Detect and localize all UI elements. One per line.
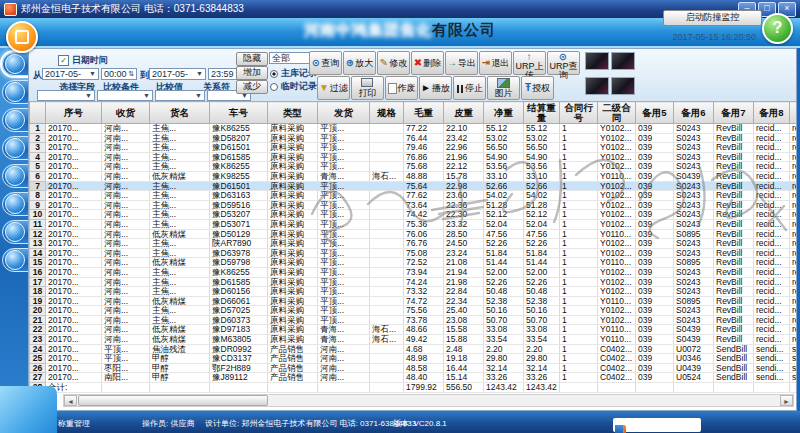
table-row[interactable]: 2220170...河南...低灰精煤豫D97183原料采购青海...海石...… bbox=[30, 325, 797, 335]
放大-button[interactable]: ⊕放大 bbox=[343, 51, 376, 75]
table-row[interactable]: 720170...河南...主焦...豫D61501原料采购平顶...75.64… bbox=[30, 181, 797, 191]
table-row[interactable]: 2420170...平顶...焦油残渣豫DR0992产品销售河南...4.682… bbox=[30, 344, 797, 354]
column-header[interactable]: 货名 bbox=[150, 102, 210, 124]
table-row[interactable]: 120170...河南...主焦...豫K86255原料采购平顶...77.22… bbox=[30, 124, 797, 134]
column-header[interactable]: 车号 bbox=[210, 102, 268, 124]
table-row[interactable]: 1520170...河南...低灰精煤豫D59798原料采购平顶...72.52… bbox=[30, 258, 797, 268]
table-row[interactable]: 920170...河南...主焦...豫D59516原料采购平顶...73.64… bbox=[30, 200, 797, 210]
table-row[interactable]: 1720170...河南...主焦...豫D61585原料采购平顶...74.2… bbox=[30, 277, 797, 287]
scrollbar-thumb[interactable] bbox=[78, 395, 268, 406]
删除-button[interactable]: ✖删除 bbox=[411, 51, 444, 75]
导出-button[interactable]: →导出 bbox=[445, 51, 478, 75]
table-row[interactable]: 2320170...河南...低灰精煤豫M63805原料采购青海...海石...… bbox=[30, 335, 797, 345]
table-row[interactable]: 1420170...河南...主焦...豫D63978原料采购平顶...75.0… bbox=[30, 248, 797, 258]
table-cell: 54.90 bbox=[484, 152, 524, 162]
field-select-combo[interactable]: ▼ bbox=[37, 90, 95, 101]
camera-thumbs-row2 bbox=[585, 77, 635, 95]
scroll-left-icon[interactable]: ◄ bbox=[64, 395, 77, 406]
column-header[interactable]: 备用7 bbox=[714, 102, 754, 124]
help-icon[interactable]: ? bbox=[762, 13, 793, 44]
URP查询-button[interactable]: ⊙URP查询 bbox=[547, 51, 580, 75]
vehicle-photo-thumb[interactable] bbox=[611, 52, 635, 70]
停止-button[interactable]: 停止 bbox=[453, 76, 486, 100]
table-row[interactable]: 1120170...河南...主焦...豫D53071原料采购平顶...75.3… bbox=[30, 219, 797, 229]
table-row[interactable]: 820170...河南...主焦...豫D63163原料采购平顶...77.62… bbox=[30, 191, 797, 201]
过滤-button[interactable]: ▼过滤 bbox=[317, 76, 350, 100]
图片-button[interactable]: 图片 bbox=[487, 76, 520, 100]
退出-button[interactable]: ⇥退出 bbox=[479, 51, 512, 75]
table-cell: 豫DR0992 bbox=[210, 344, 268, 354]
from-time-input[interactable]: ⇅00:00 bbox=[101, 68, 137, 80]
from-date-input[interactable]: ▼2017-05- bbox=[42, 68, 99, 80]
remove-button[interactable]: 减少 bbox=[236, 80, 268, 94]
table-row[interactable]: 220170...河南...主焦...豫D58207原料采购平顶...76.44… bbox=[30, 133, 797, 143]
table-row[interactable]: 2020170...河南...主焦...豫D57025原料采购平顶...75.5… bbox=[30, 306, 797, 316]
table-cell: Y0102... bbox=[598, 248, 636, 258]
column-header[interactable]: 净重 bbox=[484, 102, 524, 124]
checkbox-check-icon[interactable]: ✓ bbox=[58, 55, 69, 66]
table-row[interactable]: 420170...河南...主焦...豫D61585原料采购平顶...76.86… bbox=[30, 152, 797, 162]
table-cell: recid... bbox=[790, 152, 797, 162]
column-header[interactable]: 备用5 bbox=[636, 102, 674, 124]
column-header[interactable]: 类型 bbox=[268, 102, 318, 124]
column-header[interactable]: 皮重 bbox=[444, 102, 484, 124]
作废-button[interactable]: 作废 bbox=[385, 76, 418, 100]
table-row[interactable]: 2520170...平顶...甲醇豫CD3137产品销售河南...48.9819… bbox=[30, 354, 797, 364]
table-row[interactable]: 620170...河南...低灰精煤豫K98255原料采购青海...海石...4… bbox=[30, 171, 797, 181]
row-number-cell: 16 bbox=[30, 267, 46, 277]
table-row[interactable]: 1020170...河南...主焦...豫D53207原料采购平顶...74.4… bbox=[30, 210, 797, 220]
radio-on-icon[interactable] bbox=[270, 70, 278, 78]
table-row[interactable]: 1820170...河南...主焦...豫D60156原料采购平顶...73.3… bbox=[30, 287, 797, 297]
horizontal-scrollbar[interactable]: ◄ ► bbox=[63, 394, 794, 407]
scroll-right-icon[interactable]: ► bbox=[780, 395, 793, 406]
start-monitor-button[interactable]: 启动防撞监控 bbox=[663, 10, 762, 26]
column-header[interactable]: 备用6 bbox=[674, 102, 714, 124]
column-header[interactable]: 毛重 bbox=[404, 102, 444, 124]
temp-record-radio[interactable]: 临时记录 bbox=[270, 80, 317, 93]
column-header[interactable]: 备用9 bbox=[790, 102, 797, 124]
column-header[interactable]: 二级合同 bbox=[598, 102, 636, 124]
add-button[interactable]: 增加 bbox=[236, 66, 268, 80]
table-cell bbox=[636, 383, 674, 393]
table-row[interactable]: 2620170...枣阳...甲醇鄂F2H889产品销售河南...48.5816… bbox=[30, 363, 797, 373]
table-cell bbox=[210, 383, 268, 393]
settings-icon[interactable] bbox=[615, 425, 623, 433]
column-header[interactable]: 合同行号 bbox=[560, 102, 598, 124]
table-row[interactable]: 2120170...河南...主焦...豫D60373原料采购平顶...73.7… bbox=[30, 315, 797, 325]
table-cell: 河南... bbox=[102, 181, 150, 191]
column-header[interactable]: 结算重量 bbox=[524, 102, 560, 124]
table-cell: 豫D61501 bbox=[210, 143, 268, 153]
hide-button[interactable]: 隐藏 bbox=[236, 52, 268, 66]
table-row[interactable]: 320170...河南...主焦...豫D61501原料采购平顶...79.46… bbox=[30, 143, 797, 153]
datetime-filter-checkbox[interactable]: ✓ 日期时间 bbox=[58, 54, 108, 67]
table-row[interactable]: 1220170...河南...低灰精煤豫D50129原料采购平顶...76.06… bbox=[30, 229, 797, 239]
column-header[interactable]: 规格 bbox=[370, 102, 404, 124]
compare-cond-combo[interactable]: ▼ bbox=[97, 90, 153, 101]
播放-button[interactable]: ►播放 bbox=[419, 76, 452, 100]
table-row[interactable]: 1620170...河南...主焦...豫K86255原料采购平顶...73.9… bbox=[30, 267, 797, 277]
column-header[interactable]: 发货 bbox=[318, 102, 370, 124]
table-cell: 15.14 bbox=[444, 373, 484, 383]
radio-off-icon[interactable] bbox=[270, 83, 278, 91]
compare-value-combo[interactable]: ▼ bbox=[155, 90, 205, 101]
column-header[interactable]: 收货 bbox=[102, 102, 150, 124]
table-row[interactable]: 520170...河南...主焦...豫K86255原料采购平顶...75.68… bbox=[30, 162, 797, 172]
vehicle-photo-thumb[interactable] bbox=[585, 52, 609, 70]
to-date-input[interactable]: ▼2017-05- bbox=[149, 68, 206, 80]
vehicle-photo-thumb[interactable] bbox=[585, 77, 609, 95]
column-header[interactable]: 序号 bbox=[46, 102, 102, 124]
column-header[interactable]: 备用8 bbox=[754, 102, 790, 124]
table-row[interactable]: 1320170...河南...主焦...陕AR7890原料采购平顶...76.7… bbox=[30, 239, 797, 249]
table-cell: 平顶... bbox=[102, 344, 150, 354]
total-row[interactable]: 28合计:1799.92556.501243.421243.42 bbox=[30, 383, 797, 393]
授权-button[interactable]: Ŧ授权 bbox=[521, 76, 554, 100]
vehicle-photo-thumb[interactable] bbox=[611, 77, 635, 95]
URP上传-button[interactable]: ↑URP上传 bbox=[513, 51, 546, 75]
打印-button[interactable]: 打印 bbox=[351, 76, 384, 100]
table-row[interactable]: 1920170...河南...低灰精煤豫D66061原料采购平顶...74.72… bbox=[30, 296, 797, 306]
table-row[interactable]: 2720170...南阳...甲醇豫J89112产品销售河南...48.4015… bbox=[30, 373, 797, 383]
table-cell bbox=[598, 383, 636, 393]
查询-button[interactable]: ⊙查询 bbox=[309, 51, 342, 75]
toolbar-button-label: 作废 bbox=[398, 84, 416, 93]
修改-button[interactable]: ✎修改 bbox=[377, 51, 410, 75]
